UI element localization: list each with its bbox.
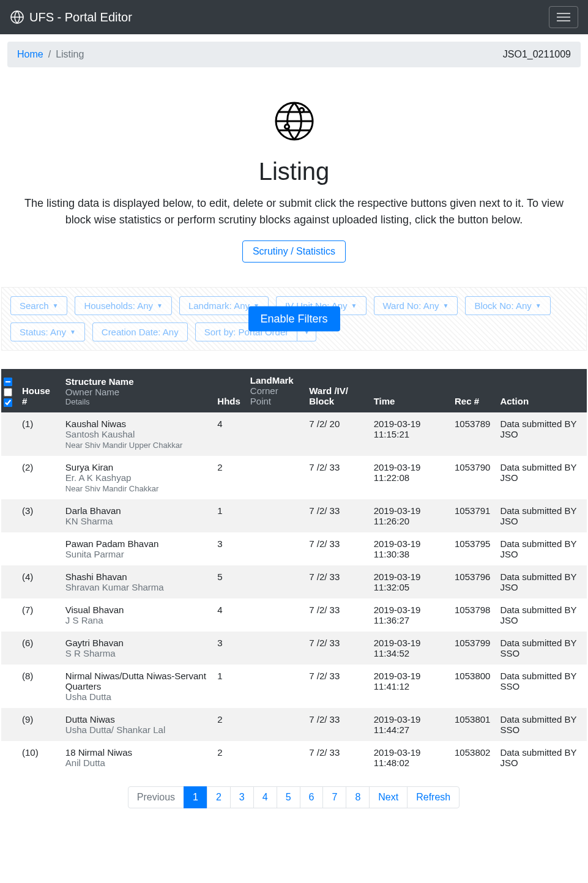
enable-filters-button[interactable]: Enable Filters	[248, 307, 340, 332]
cell-hhds: 2	[212, 708, 245, 741]
cell-landmark	[245, 741, 304, 774]
col-hhds: Hhds	[212, 369, 245, 412]
cell-house: (3)	[17, 499, 61, 532]
page-3[interactable]: 3	[230, 786, 254, 808]
cell-time: 2019-03-19 11:34:52	[369, 632, 450, 665]
cell-action: Data submitted BY JSO	[495, 565, 587, 598]
page-2[interactable]: 2	[207, 786, 231, 808]
cell-rec: 1053796	[450, 565, 495, 598]
filter-block[interactable]: Block No: Any▼	[465, 296, 550, 315]
breadcrumb-current: Listing	[56, 49, 84, 60]
cell-house: (4)	[17, 565, 61, 598]
cell-structure: Pawan Padam BhavanSunita Parmar	[61, 532, 213, 565]
cell-hhds: 5	[212, 565, 245, 598]
cell-hhds: 1	[212, 665, 245, 708]
chk-indeterminate[interactable]	[4, 378, 12, 386]
table-row: (6) Gaytri BhavanS R Sharma 3 7 /2/ 33 2…	[1, 632, 587, 665]
cell-structure: 18 Nirmal NiwasAnil Dutta	[61, 741, 213, 774]
cell-structure: Darla BhavanKN Sharma	[61, 499, 213, 532]
cell-landmark	[245, 499, 304, 532]
cell-hhds: 4	[212, 412, 245, 456]
brand-text: UFS - Portal Editor	[29, 10, 132, 24]
table-row: (9) Dutta NiwasUsha Dutta/ Shankar Lal 2…	[1, 708, 587, 741]
cell-hhds: 4	[212, 598, 245, 632]
refresh-button[interactable]: Refresh	[407, 786, 460, 808]
cell-house: (6)	[17, 632, 61, 665]
hero: Listing The listing data is displayed be…	[0, 75, 588, 275]
cell-time: 2019-03-19 11:32:05	[369, 565, 450, 598]
page-next[interactable]: Next	[369, 786, 408, 808]
cell-action: Data submitted BY SSO	[495, 632, 587, 665]
cell-hhds: 2	[212, 456, 245, 499]
col-ward: Ward /IV/ Block	[304, 369, 368, 412]
col-structure: Structure NameOwner NameDetails	[61, 369, 213, 412]
cell-ward: 7 /2/ 33	[304, 532, 368, 565]
brand[interactable]: UFS - Portal Editor	[10, 10, 132, 24]
table-row: (7) Visual BhavanJ S Rana 4 7 /2/ 33 201…	[1, 598, 587, 632]
chk-all[interactable]	[4, 388, 12, 397]
cell-ward: 7 /2/ 33	[304, 741, 368, 774]
cell-rec: 1053798	[450, 598, 495, 632]
cell-time: 2019-03-19 11:15:21	[369, 412, 450, 456]
filter-creation[interactable]: Creation Date: Any	[92, 322, 188, 341]
cell-house	[17, 532, 61, 565]
cell-rec: 1053790	[450, 456, 495, 499]
cell-structure: Kaushal NiwasSantosh KaushalNear Shiv Ma…	[61, 412, 213, 456]
cell-action: Data submitted BY SSO	[495, 708, 587, 741]
cell-structure: Visual BhavanJ S Rana	[61, 598, 213, 632]
svg-point-2	[299, 108, 303, 112]
cell-house: (9)	[17, 708, 61, 741]
cell-action: Data submitted BY SSO	[495, 665, 587, 708]
cell-rec: 1053791	[450, 499, 495, 532]
col-rec: Rec #	[450, 369, 495, 412]
cell-landmark	[245, 565, 304, 598]
cell-landmark	[245, 532, 304, 565]
user-id: JSO1_0211009	[503, 49, 571, 60]
cell-house: (8)	[17, 665, 61, 708]
cell-ward: 7 /2/ 33	[304, 456, 368, 499]
page-4[interactable]: 4	[253, 786, 277, 808]
cell-action: Data submitted BY JSO	[495, 456, 587, 499]
table-wrap: House # Structure NameOwner NameDetails …	[1, 369, 587, 774]
breadcrumb-bar: Home / Listing JSO1_0211009	[7, 42, 581, 67]
cell-landmark	[245, 708, 304, 741]
filter-status[interactable]: Status: Any▼	[10, 322, 85, 341]
page-title: Listing	[12, 158, 576, 185]
cell-time: 2019-03-19 11:48:02	[369, 741, 450, 774]
page-7[interactable]: 7	[322, 786, 346, 808]
cell-landmark	[245, 456, 304, 499]
cell-landmark	[245, 598, 304, 632]
cell-rec: 1053799	[450, 632, 495, 665]
cell-house: (7)	[17, 598, 61, 632]
cell-ward: 7 /2/ 33	[304, 565, 368, 598]
filter-ward[interactable]: Ward No: Any▼	[374, 296, 458, 315]
scrutiny-button[interactable]: Scrutiny / Statistics	[242, 240, 346, 263]
chk-checked[interactable]	[4, 398, 12, 407]
globe-icon	[10, 10, 24, 24]
cell-time: 2019-03-19 11:26:20	[369, 499, 450, 532]
page-1[interactable]: 1	[184, 786, 207, 808]
table-row: (8) Nirmal Niwas/Dutta Niwas-Servant Qua…	[1, 665, 587, 708]
table-row: (10) 18 Nirmal NiwasAnil Dutta 2 7 /2/ 3…	[1, 741, 587, 774]
table-row: (1) Kaushal NiwasSantosh KaushalNear Shi…	[1, 412, 587, 456]
col-time: Time	[369, 369, 450, 412]
breadcrumb-home[interactable]: Home	[17, 49, 43, 60]
page-5[interactable]: 5	[277, 786, 300, 808]
cell-time: 2019-03-19 11:36:27	[369, 598, 450, 632]
page-prev[interactable]: Previous	[128, 786, 184, 808]
cell-time: 2019-03-19 11:22:08	[369, 456, 450, 499]
cell-hhds: 1	[212, 499, 245, 532]
cell-rec: 1053789	[450, 412, 495, 456]
cell-rec: 1053800	[450, 665, 495, 708]
cell-rec: 1053802	[450, 741, 495, 774]
cell-action: Data submitted BY JSO	[495, 532, 587, 565]
page-8[interactable]: 8	[346, 786, 370, 808]
filter-households[interactable]: Households: Any▼	[75, 296, 171, 315]
cell-landmark	[245, 412, 304, 456]
filter-search[interactable]: Search▼	[10, 296, 67, 315]
page-6[interactable]: 6	[300, 786, 324, 808]
cell-landmark	[245, 665, 304, 708]
col-action: Action	[495, 369, 587, 412]
menu-toggle-button[interactable]	[549, 6, 578, 28]
cell-action: Data submitted BY JSO	[495, 741, 587, 774]
